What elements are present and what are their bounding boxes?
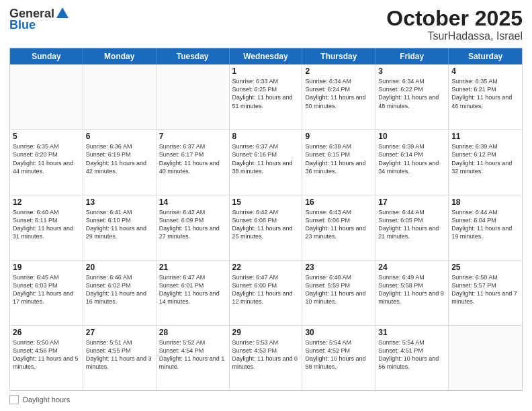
day-number: 7 (159, 132, 226, 141)
day-info: Sunrise: 5:52 AM Sunset: 4:54 PM Dayligh… (159, 338, 226, 371)
cal-cell-day-26: 26Sunrise: 5:50 AM Sunset: 4:56 PM Dayli… (10, 326, 83, 390)
day-number: 3 (378, 66, 445, 76)
day-info: Sunrise: 6:35 AM Sunset: 6:20 PM Dayligh… (13, 142, 80, 175)
day-info: Sunrise: 6:37 AM Sunset: 6:17 PM Dayligh… (159, 142, 226, 175)
svg-marker-0 (56, 7, 69, 18)
daylight-hours-label: Daylight hours (23, 396, 70, 404)
cal-cell-day-20: 20Sunrise: 6:46 AM Sunset: 6:02 PM Dayli… (83, 261, 157, 325)
day-info: Sunrise: 6:42 AM Sunset: 6:08 PM Dayligh… (232, 208, 300, 241)
cal-cell-day-25: 25Sunrise: 6:50 AM Sunset: 5:57 PM Dayli… (449, 261, 522, 325)
day-info: Sunrise: 6:36 AM Sunset: 6:19 PM Dayligh… (86, 142, 153, 175)
cal-cell-empty (449, 326, 522, 390)
day-info: Sunrise: 5:51 AM Sunset: 4:55 PM Dayligh… (86, 338, 153, 371)
cal-cell-day-15: 15Sunrise: 6:42 AM Sunset: 6:08 PM Dayli… (230, 195, 303, 260)
day-number: 2 (305, 66, 372, 76)
cal-cell-day-8: 8Sunrise: 6:37 AM Sunset: 6:16 PM Daylig… (230, 130, 303, 194)
cal-cell-empty (83, 64, 157, 129)
cal-header-saturday: Saturday (449, 48, 522, 64)
daylight-box (9, 395, 19, 404)
cal-cell-day-2: 2Sunrise: 6:34 AM Sunset: 6:24 PM Daylig… (302, 64, 375, 129)
day-number: 19 (13, 263, 80, 272)
day-info: Sunrise: 6:41 AM Sunset: 6:10 PM Dayligh… (86, 208, 153, 241)
cal-week-3: 12Sunrise: 6:40 AM Sunset: 6:11 PM Dayli… (10, 195, 522, 261)
cal-cell-day-29: 29Sunrise: 5:53 AM Sunset: 4:53 PM Dayli… (230, 326, 303, 390)
day-number: 8 (232, 132, 300, 141)
day-number: 22 (232, 263, 300, 272)
calendar-body: 1Sunrise: 6:33 AM Sunset: 6:25 PM Daylig… (10, 64, 522, 390)
cal-cell-day-17: 17Sunrise: 6:44 AM Sunset: 6:05 PM Dayli… (375, 195, 449, 260)
day-number: 26 (13, 328, 80, 337)
cal-cell-day-30: 30Sunrise: 5:54 AM Sunset: 4:52 PM Dayli… (302, 326, 375, 390)
title-block: October 2025 TsurHadassa, Israel (386, 7, 523, 42)
logo-icon (55, 6, 70, 21)
day-number: 29 (232, 328, 300, 337)
cal-cell-day-27: 27Sunrise: 5:51 AM Sunset: 4:55 PM Dayli… (83, 326, 157, 390)
footer: Daylight hours (9, 395, 523, 404)
cal-header-friday: Friday (375, 48, 449, 64)
day-info: Sunrise: 6:47 AM Sunset: 6:01 PM Dayligh… (159, 273, 226, 306)
day-number: 28 (159, 328, 226, 337)
cal-cell-day-7: 7Sunrise: 6:37 AM Sunset: 6:17 PM Daylig… (157, 130, 230, 194)
day-number: 11 (451, 132, 519, 141)
cal-cell-day-6: 6Sunrise: 6:36 AM Sunset: 6:19 PM Daylig… (83, 130, 157, 194)
day-number: 15 (232, 197, 300, 207)
page: General Blue October 2025 TsurHadassa, I… (0, 0, 532, 411)
day-info: Sunrise: 6:34 AM Sunset: 6:22 PM Dayligh… (378, 77, 445, 110)
cal-header-wednesday: Wednesday (230, 48, 303, 64)
cal-cell-day-22: 22Sunrise: 6:47 AM Sunset: 6:00 PM Dayli… (230, 261, 303, 325)
day-info: Sunrise: 6:37 AM Sunset: 6:16 PM Dayligh… (232, 142, 300, 175)
day-number: 9 (305, 132, 372, 141)
day-info: Sunrise: 6:50 AM Sunset: 5:57 PM Dayligh… (451, 273, 519, 306)
day-number: 10 (378, 132, 445, 141)
day-number: 13 (86, 197, 153, 207)
cal-cell-empty (10, 64, 83, 129)
day-info: Sunrise: 5:50 AM Sunset: 4:56 PM Dayligh… (13, 338, 80, 371)
cal-week-1: 1Sunrise: 6:33 AM Sunset: 6:25 PM Daylig… (10, 64, 522, 130)
day-number: 16 (305, 197, 372, 207)
cal-header-monday: Monday (83, 48, 157, 64)
cal-cell-day-12: 12Sunrise: 6:40 AM Sunset: 6:11 PM Dayli… (10, 195, 83, 260)
cal-header-thursday: Thursday (302, 48, 375, 64)
cal-cell-day-19: 19Sunrise: 6:45 AM Sunset: 6:03 PM Dayli… (10, 261, 83, 325)
day-number: 23 (305, 263, 372, 272)
day-number: 18 (451, 197, 519, 207)
header: General Blue October 2025 TsurHadassa, I… (9, 7, 523, 42)
cal-cell-day-11: 11Sunrise: 6:39 AM Sunset: 6:12 PM Dayli… (449, 130, 522, 194)
logo: General Blue (9, 7, 70, 32)
day-info: Sunrise: 6:44 AM Sunset: 6:04 PM Dayligh… (451, 208, 519, 241)
day-info: Sunrise: 6:46 AM Sunset: 6:02 PM Dayligh… (86, 273, 153, 306)
day-info: Sunrise: 5:54 AM Sunset: 4:52 PM Dayligh… (305, 338, 372, 371)
day-number: 25 (451, 263, 519, 272)
day-number: 27 (86, 328, 153, 337)
cal-cell-empty (157, 64, 230, 129)
cal-cell-day-4: 4Sunrise: 6:35 AM Sunset: 6:21 PM Daylig… (449, 64, 522, 129)
day-number: 17 (378, 197, 445, 207)
day-info: Sunrise: 6:39 AM Sunset: 6:12 PM Dayligh… (451, 142, 519, 175)
day-number: 24 (378, 263, 445, 272)
calendar-title: October 2025 (386, 7, 523, 30)
day-info: Sunrise: 6:43 AM Sunset: 6:06 PM Dayligh… (305, 208, 372, 241)
day-info: Sunrise: 6:48 AM Sunset: 5:59 PM Dayligh… (305, 273, 372, 306)
day-number: 30 (305, 328, 372, 337)
day-number: 5 (13, 132, 80, 141)
calendar-header: SundayMondayTuesdayWednesdayThursdayFrid… (10, 48, 522, 64)
day-number: 14 (159, 197, 226, 207)
day-info: Sunrise: 6:40 AM Sunset: 6:11 PM Dayligh… (13, 208, 80, 241)
cal-cell-day-23: 23Sunrise: 6:48 AM Sunset: 5:59 PM Dayli… (302, 261, 375, 325)
day-info: Sunrise: 6:42 AM Sunset: 6:09 PM Dayligh… (159, 208, 226, 241)
cal-cell-day-28: 28Sunrise: 5:52 AM Sunset: 4:54 PM Dayli… (157, 326, 230, 390)
cal-cell-day-13: 13Sunrise: 6:41 AM Sunset: 6:10 PM Dayli… (83, 195, 157, 260)
day-info: Sunrise: 6:35 AM Sunset: 6:21 PM Dayligh… (451, 77, 519, 110)
day-info: Sunrise: 6:33 AM Sunset: 6:25 PM Dayligh… (232, 77, 300, 110)
calendar: SundayMondayTuesdayWednesdayThursdayFrid… (9, 48, 523, 391)
cal-cell-day-3: 3Sunrise: 6:34 AM Sunset: 6:22 PM Daylig… (375, 64, 449, 129)
logo-blue: Blue (9, 18, 36, 32)
cal-cell-day-10: 10Sunrise: 6:39 AM Sunset: 6:14 PM Dayli… (375, 130, 449, 194)
day-info: Sunrise: 6:44 AM Sunset: 6:05 PM Dayligh… (378, 208, 445, 241)
cal-header-sunday: Sunday (10, 48, 83, 64)
day-info: Sunrise: 6:49 AM Sunset: 5:58 PM Dayligh… (378, 273, 445, 306)
day-info: Sunrise: 5:54 AM Sunset: 4:51 PM Dayligh… (378, 338, 445, 371)
day-info: Sunrise: 6:45 AM Sunset: 6:03 PM Dayligh… (13, 273, 80, 306)
cal-week-4: 19Sunrise: 6:45 AM Sunset: 6:03 PM Dayli… (10, 261, 522, 326)
cal-cell-day-16: 16Sunrise: 6:43 AM Sunset: 6:06 PM Dayli… (302, 195, 375, 260)
